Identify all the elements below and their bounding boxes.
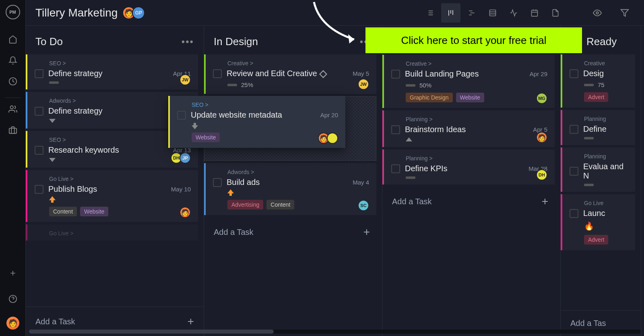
briefcase-icon[interactable]: [5, 122, 21, 138]
card-date: Apr 29: [530, 71, 547, 77]
list-view-tab[interactable]: [420, 3, 440, 23]
files-view-tab[interactable]: [546, 3, 565, 23]
task-card[interactable]: Creative > Review and Edit Creative May …: [204, 54, 376, 94]
sheet-view-tab[interactable]: [483, 3, 502, 23]
add-task-label: Add a Task: [214, 228, 254, 237]
card-title: Research keywords: [48, 145, 168, 155]
card-title: Define: [583, 124, 628, 134]
task-checkbox[interactable]: [391, 164, 400, 173]
priority-down-icon: [49, 158, 56, 162]
card-title: Launc: [583, 209, 628, 218]
help-icon[interactable]: [5, 291, 21, 307]
card-breadcrumb: Planning: [584, 116, 628, 122]
card-title: Brainstorm Ideas: [405, 125, 528, 134]
task-card[interactable]: Go Live >: [26, 224, 198, 241]
task-checkbox[interactable]: [35, 146, 43, 155]
task-card[interactable]: Adwords > Build ads May 4 SC Advertising…: [204, 163, 376, 215]
priority-up-icon: [227, 190, 233, 196]
card-title: Evalua and N: [583, 162, 628, 180]
sidebar-divider: [5, 97, 21, 98]
card-breadcrumb: Adwords >: [227, 169, 369, 175]
task-card[interactable]: Planning Define: [561, 110, 635, 145]
recent-icon[interactable]: [5, 73, 21, 89]
card-date: Apr 20: [320, 112, 338, 118]
task-checkbox[interactable]: [570, 209, 578, 218]
task-checkbox[interactable]: [35, 185, 43, 194]
card-date: May 5: [353, 70, 369, 77]
scrollbar-thumb[interactable]: [29, 330, 274, 334]
task-checkbox[interactable]: [570, 125, 578, 134]
notifications-icon[interactable]: [5, 52, 21, 68]
board-view-tab[interactable]: [441, 3, 460, 23]
home-icon[interactable]: [5, 31, 21, 48]
add-task-button[interactable]: Add a Task +: [204, 218, 380, 247]
task-card[interactable]: Planning > Brainstorm Ideas Apr 5 🧑: [382, 110, 555, 147]
left-sidebar: PM 🧑: [0, 0, 26, 336]
filter-icon[interactable]: [615, 3, 634, 23]
task-card[interactable]: SEO > Define strategy Apr 11 JW: [26, 54, 198, 89]
task-checkbox[interactable]: [570, 167, 578, 176]
task-card[interactable]: Creative > Build Landing Pages Apr 29 50…: [382, 55, 555, 108]
card-title: Build Landing Pages: [405, 69, 525, 79]
card-breadcrumb: Creative: [584, 60, 628, 66]
card-breadcrumb: Go Live >: [49, 230, 191, 236]
progress-bar-icon: [584, 84, 594, 86]
task-card[interactable]: Planning > Define KPIs Mar 28 DH: [382, 149, 555, 185]
task-checkbox[interactable]: [35, 69, 43, 78]
visibility-icon[interactable]: [588, 3, 607, 23]
priority-up-icon: [49, 197, 55, 203]
dragging-task-card[interactable]: SEO > Update website metadata Apr 20 🧑 W…: [168, 96, 345, 148]
assignee-avatar: JW: [180, 74, 191, 85]
card-breadcrumb: Creative >: [406, 60, 547, 67]
member-avatars[interactable]: 🧑 GP: [126, 6, 145, 19]
progress-text: 50%: [419, 82, 431, 89]
assignee-avatar: 🧑: [536, 132, 547, 143]
tag: Advert: [584, 92, 608, 102]
task-card[interactable]: Go Live Launc 🔥 Advert: [561, 194, 635, 250]
task-checkbox[interactable]: [213, 178, 222, 187]
team-icon[interactable]: [5, 101, 21, 117]
card-breadcrumb: Planning: [584, 153, 628, 160]
user-avatar[interactable]: 🧑: [6, 317, 19, 330]
tag: Content: [49, 207, 77, 216]
tag: Graphic Design: [406, 93, 453, 102]
card-title: Desig: [583, 69, 628, 78]
priority-low-icon: [584, 137, 594, 139]
task-checkbox[interactable]: [391, 125, 400, 134]
priority-low-icon: [584, 184, 594, 186]
view-tabs: [420, 3, 565, 23]
card-breadcrumb: Go Live >: [49, 176, 191, 182]
card-breadcrumb: SEO >: [49, 60, 191, 66]
priority-low-icon: [49, 81, 59, 84]
activity-view-tab[interactable]: [504, 3, 523, 23]
task-checkbox[interactable]: [570, 69, 578, 78]
progress-bar-icon: [227, 84, 237, 86]
task-checkbox[interactable]: [391, 70, 400, 79]
card-title: Build ads: [227, 178, 348, 187]
horizontal-scrollbar[interactable]: [29, 330, 641, 334]
kanban-board: To Do ••• SEO > Define strategy Apr 11 J…: [26, 26, 644, 336]
add-icon[interactable]: [5, 265, 21, 281]
task-card[interactable]: Go Live > Publish Blogs May 10 🧑 Content…: [26, 170, 198, 222]
add-task-label: Add a Tas: [570, 319, 606, 328]
task-card[interactable]: Planning Evalua and N: [561, 147, 635, 192]
gantt-view-tab[interactable]: [462, 3, 481, 23]
task-checkbox[interactable]: [213, 69, 222, 78]
card-breadcrumb: SEO >: [192, 102, 338, 108]
svg-rect-19: [532, 10, 538, 16]
cta-banner[interactable]: Click here to start your free trial: [365, 27, 582, 53]
card-breadcrumb: Planning >: [406, 155, 547, 162]
card-title: Define strategy: [48, 69, 168, 78]
task-card[interactable]: Creative Desig 75 Advert: [561, 54, 635, 108]
card-breadcrumb: Creative >: [227, 60, 369, 66]
svg-point-1: [10, 106, 13, 109]
add-task-button[interactable]: Add a Task +: [382, 187, 558, 216]
app-logo[interactable]: PM: [6, 5, 20, 19]
task-checkbox[interactable]: [177, 111, 186, 120]
calendar-view-tab[interactable]: [525, 3, 544, 23]
fire-icon: 🔥: [584, 221, 594, 231]
task-checkbox[interactable]: [35, 107, 43, 116]
plus-icon: +: [542, 195, 548, 208]
tag: Website: [456, 93, 484, 102]
column-menu-icon[interactable]: •••: [182, 36, 194, 48]
